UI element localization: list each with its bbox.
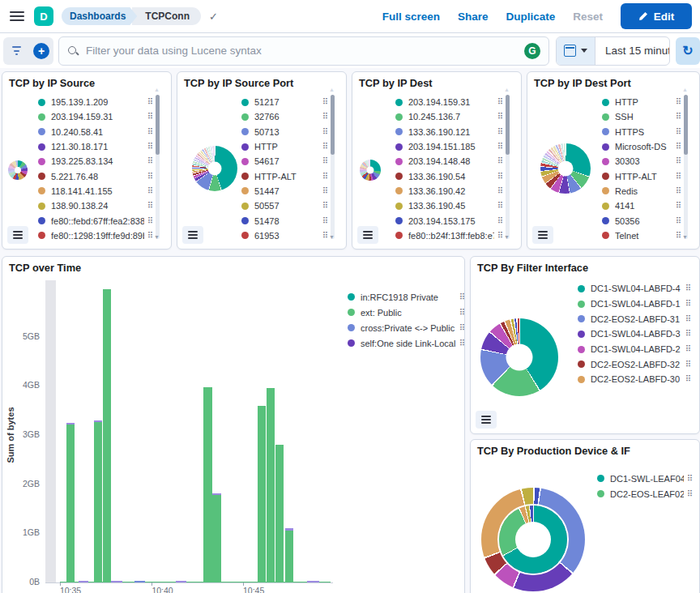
add-filter-button[interactable]: + (29, 37, 53, 65)
legend-actions-icon[interactable]: ⠿ (676, 232, 681, 240)
refresh-button[interactable]: ↻ (676, 37, 700, 65)
legend-toggle-button[interactable] (7, 226, 28, 244)
legend-actions-icon[interactable]: ⠿ (322, 232, 328, 240)
legend-actions-icon[interactable]: ⠿ (147, 98, 153, 106)
legend-actions-icon[interactable]: ⠿ (322, 128, 328, 136)
legend-item[interactable]: DC2-EOS2-LABFD-31⠿ (578, 311, 691, 326)
legend-actions-icon[interactable]: ⠿ (676, 187, 681, 195)
legend-item[interactable]: 32766⠿ (241, 109, 328, 124)
legend-item[interactable]: 30303⠿ (602, 154, 681, 169)
legend-actions-icon[interactable]: ⠿ (685, 284, 691, 292)
scroll-up-icon[interactable]: ▲ (504, 87, 510, 92)
legend-item[interactable]: DC1-SWL04-LABFD-4⠿ (578, 281, 691, 296)
legend-actions-icon[interactable]: ⠿ (322, 217, 328, 225)
legend-item[interactable]: 51447⠿ (241, 184, 328, 198)
small-bar[interactable] (134, 581, 144, 583)
legend-actions-icon[interactable]: ⠿ (676, 202, 681, 210)
legend-item[interactable]: 203.194.159.31⠿ (38, 109, 153, 124)
legend-actions-icon[interactable]: ⠿ (147, 128, 153, 136)
legend-actions-icon[interactable]: ⠿ (676, 98, 681, 106)
scroll-down-icon[interactable]: ▼ (504, 234, 510, 240)
legend-item[interactable]: 203.194.148.48⠿ (395, 154, 503, 169)
legend-item[interactable]: cross:Private <-> Public⠿ (348, 320, 465, 335)
bar[interactable] (203, 387, 212, 582)
legend-item[interactable]: 50713⠿ (241, 125, 328, 139)
full-screen-button[interactable]: Full screen (382, 11, 440, 23)
legend-item[interactable]: 133.36.190.42⠿ (395, 184, 503, 198)
legend-item[interactable]: DC2-EOS2-LABFD-30⠿ (578, 372, 691, 387)
scroll-down-icon[interactable]: ▼ (682, 234, 688, 240)
legend-item[interactable]: 121.30.18.171⠿ (38, 139, 153, 154)
sunburst-chart[interactable] (481, 488, 585, 591)
legend-actions-icon[interactable]: ⠿ (497, 157, 503, 165)
legend-actions-icon[interactable]: ⠿ (459, 324, 465, 332)
legend-item[interactable]: DC1-SWL04-LABFD-3⠿ (578, 326, 691, 342)
legend-item[interactable]: DC2-EOS2-LABFD-32⠿ (578, 356, 691, 372)
legend-item[interactable]: 61953⠿ (241, 228, 328, 243)
legend-item[interactable]: HTTP⠿ (602, 95, 681, 109)
legend-actions-icon[interactable]: ⠿ (676, 113, 681, 121)
legend-toggle-button[interactable] (476, 411, 497, 429)
legend-actions-icon[interactable]: ⠿ (147, 143, 153, 151)
legend-item[interactable]: DC1-SWL-LEAF04⠿ (597, 471, 693, 486)
legend-item[interactable]: SSH⠿ (602, 109, 681, 124)
legend-item[interactable]: 203.194.151.185⠿ (395, 139, 503, 154)
legend-item[interactable]: HTTP-ALT⠿ (241, 169, 328, 183)
legend-item[interactable]: 51217⠿ (241, 95, 328, 109)
bar[interactable] (212, 493, 221, 582)
bar[interactable] (285, 528, 294, 582)
legend-item[interactable]: Telnet⠿ (602, 228, 681, 243)
legend-actions-icon[interactable]: ⠿ (459, 309, 465, 317)
legend-actions-icon[interactable]: ⠿ (322, 187, 328, 195)
legend-item[interactable]: Redis⠿ (602, 184, 681, 198)
grammarly-icon[interactable]: G (524, 43, 540, 59)
legend-scrollbar[interactable] (506, 95, 510, 239)
scroll-down-icon[interactable]: ▼ (329, 234, 335, 240)
donut-chart[interactable] (360, 160, 381, 181)
legend-item[interactable]: DC2-EOS-LEAF02⠿ (597, 486, 693, 501)
time-range-button[interactable]: Last 15 minutes (595, 37, 670, 65)
filter-icon[interactable] (3, 37, 29, 65)
small-bar[interactable] (176, 581, 186, 583)
legend-actions-icon[interactable]: ⠿ (497, 128, 503, 136)
legend-item[interactable]: ext: Public⠿ (348, 305, 465, 320)
legend-actions-icon[interactable]: ⠿ (676, 157, 681, 165)
legend-actions-icon[interactable]: ⠿ (685, 315, 691, 323)
legend-actions-icon[interactable]: ⠿ (497, 113, 503, 121)
legend-item[interactable]: 5.221.76.48⠿ (38, 169, 153, 183)
edit-button[interactable]: Edit (621, 3, 692, 29)
legend-item[interactable]: self:One side Link-Local⠿ (348, 335, 465, 351)
legend-actions-icon[interactable]: ⠿ (687, 475, 693, 483)
legend-toggle-button[interactable] (357, 226, 378, 244)
small-bar[interactable] (307, 581, 318, 583)
legend-item[interactable]: HTTP⠿ (241, 139, 328, 154)
bar[interactable] (275, 445, 284, 582)
legend-item[interactable]: 133.36.190.45⠿ (395, 198, 503, 213)
legend-item[interactable]: 10.245.136.7⠿ (395, 109, 503, 124)
legend-toggle-button[interactable] (182, 226, 203, 244)
legend-actions-icon[interactable]: ⠿ (147, 202, 153, 210)
donut-chart[interactable] (540, 143, 591, 194)
legend-item[interactable]: 138.90.138.24⠿ (38, 198, 153, 213)
legend-item[interactable]: fe80::b24f:13ff:feb8:e76e⠿ (395, 228, 503, 243)
legend-actions-icon[interactable]: ⠿ (497, 217, 503, 225)
legend-item[interactable]: 50356⠿ (602, 213, 681, 228)
legend-scrollbar[interactable] (684, 95, 688, 239)
legend-actions-icon[interactable]: ⠿ (685, 330, 691, 338)
bar-chart-plot[interactable]: 10:3510:4010:45 (45, 280, 333, 583)
legend-actions-icon[interactable]: ⠿ (147, 113, 153, 121)
legend-actions-icon[interactable]: ⠿ (676, 143, 681, 151)
scroll-down-icon[interactable]: ▼ (154, 234, 160, 240)
legend-item[interactable]: in:RFC1918 Private⠿ (348, 289, 465, 305)
legend-actions-icon[interactable]: ⠿ (497, 232, 503, 240)
space-logo[interactable]: D (34, 6, 53, 26)
legend-item[interactable]: 10.240.58.41⠿ (38, 125, 153, 139)
legend-actions-icon[interactable]: ⠿ (322, 173, 328, 181)
reset-button[interactable]: Reset (573, 11, 603, 23)
bar[interactable] (103, 289, 112, 582)
breadcrumb-tcpconn[interactable]: TCPConn (132, 7, 201, 25)
legend-actions-icon[interactable]: ⠿ (497, 98, 503, 106)
small-bar[interactable] (79, 581, 88, 583)
legend-item[interactable]: HTTPS⠿ (602, 125, 681, 139)
legend-item[interactable]: 195.139.1.209⠿ (38, 95, 153, 109)
